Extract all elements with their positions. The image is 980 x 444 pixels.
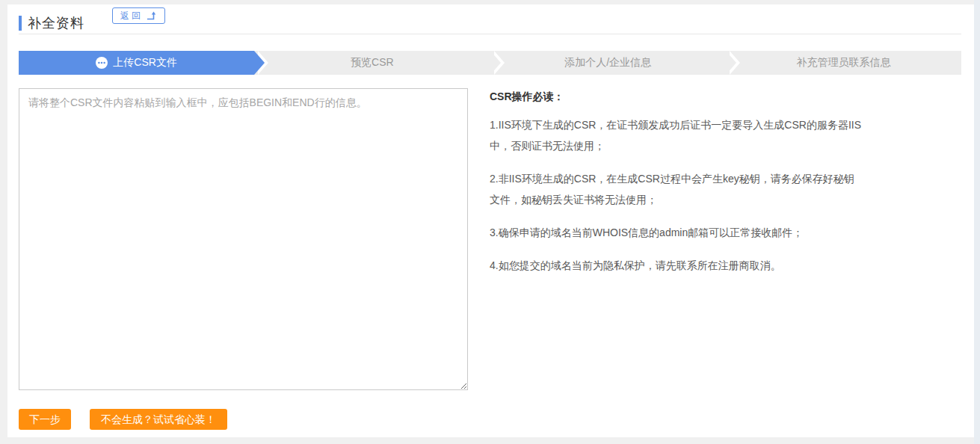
csr-textarea[interactable] xyxy=(19,88,468,390)
page-header: 补全资料 xyxy=(19,12,84,34)
easy-install-button[interactable]: 不会生成？试试省心装！ xyxy=(90,409,227,430)
notice-item-3: 3.确保申请的域名当前WHOIS信息的admin邮箱可以正常接收邮件； xyxy=(490,222,863,243)
back-button[interactable]: 返回 xyxy=(112,7,165,24)
step-label: 补充管理员联系信息 xyxy=(796,56,890,70)
title-accent-bar xyxy=(19,16,22,31)
content-card: 补全资料 返回 上传CSR文件 预览CSR 添加个人/企业信息 xyxy=(7,4,974,437)
back-button-label: 返回 xyxy=(120,10,143,22)
notice-title: CSR操作必读： xyxy=(490,90,863,104)
stepper: 上传CSR文件 预览CSR 添加个人/企业信息 补充管理员联系信息 xyxy=(19,51,961,75)
notice-item-4: 4.如您提交的域名当前为隐私保护，请先联系所在注册商取消。 xyxy=(490,255,863,276)
notice-item-1: 1.IIS环境下生成的CSR，在证书颁发成功后证书一定要导入生成CSR的服务器I… xyxy=(490,114,863,156)
header-divider xyxy=(19,34,961,34)
step-admin-contact-info: 补充管理员联系信息 xyxy=(726,51,961,75)
step-label: 上传CSR文件 xyxy=(113,56,177,70)
action-bar: 下一步 不会生成？试试省心装！ xyxy=(19,409,227,430)
scrollbar[interactable] xyxy=(974,0,980,444)
return-arrow-icon xyxy=(147,11,157,20)
step-label: 添加个人/企业信息 xyxy=(564,56,651,70)
next-step-button[interactable]: 下一步 xyxy=(19,409,71,430)
page-title: 补全资料 xyxy=(28,14,84,32)
step-preview-csr: 预览CSR xyxy=(254,51,490,75)
ellipsis-circle-icon xyxy=(96,57,108,69)
step-label: 预览CSR xyxy=(351,56,394,70)
step-personal-company-info: 添加个人/企业信息 xyxy=(490,51,726,75)
csr-notice-panel: CSR操作必读： 1.IIS环境下生成的CSR，在证书颁发成功后证书一定要导入生… xyxy=(490,90,863,288)
notice-item-2: 2.非IIS环境生成的CSR，在生成CSR过程中会产生key秘钥，请务必保存好秘… xyxy=(490,168,863,210)
step-upload-csr: 上传CSR文件 xyxy=(19,51,254,75)
